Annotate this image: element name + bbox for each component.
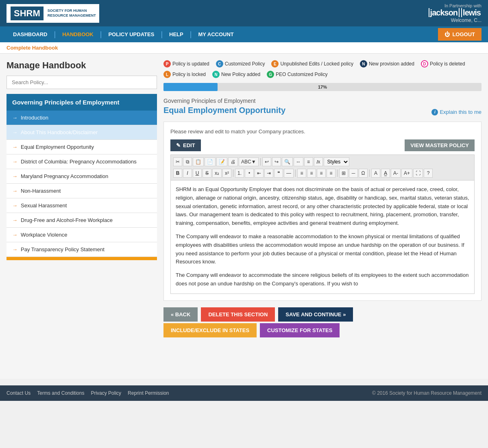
tb-underline[interactable]: U	[193, 169, 202, 178]
tb-italic[interactable]: I	[183, 169, 192, 178]
sidebar-item-non-harassment[interactable]: → Non-Harassment	[7, 184, 157, 198]
bottom-actions: « BACK DELETE THIS SECTION SAVE AND CONT…	[163, 307, 481, 322]
sidebar-item-dc-pregnancy[interactable]: → District of Columbia: Pregnancy Accomm…	[7, 154, 157, 169]
back-button[interactable]: « BACK	[163, 307, 198, 322]
sidebar-item-workplace-violence[interactable]: → Workplace Violence	[7, 228, 157, 242]
tb-select-all[interactable]: ≡	[304, 157, 313, 166]
tb-font-size-inc[interactable]: A+	[401, 169, 412, 178]
legend-item-locked: L Policy is locked	[163, 71, 206, 78]
nav-policy-updates[interactable]: POLICY UPDATES	[102, 26, 161, 42]
arrow-icon: →	[12, 144, 17, 150]
tb-redo[interactable]: ↪	[272, 157, 281, 166]
sidebar-item-sexual-harassment[interactable]: → Sexual Harassment	[7, 198, 157, 213]
tb-bold[interactable]: B	[173, 169, 182, 178]
tb-find[interactable]: 🔍	[282, 157, 293, 166]
tb-font-size-dec[interactable]: A-	[391, 169, 401, 178]
sidebar-item-md-pregnancy[interactable]: → Maryland Pregnancy Accommodation	[7, 169, 157, 184]
logout-button[interactable]: ⏻ LOGOUT	[438, 28, 481, 41]
sidebar-item-label: Non-Harassment	[21, 188, 61, 194]
tb-paste1[interactable]: 📋	[193, 157, 204, 166]
footer-reprint[interactable]: Reprint Permission	[128, 390, 169, 396]
badge-unpublished: E	[271, 60, 279, 67]
tb-align-center[interactable]: ≡	[307, 169, 316, 178]
tb-remove-format[interactable]: 𝐼x	[314, 157, 323, 166]
nav-help[interactable]: HELP	[163, 26, 190, 42]
arrow-icon: →	[12, 173, 17, 179]
breadcrumb-bar: Complete Handbook	[0, 42, 488, 54]
tb-subscript[interactable]: x₂	[212, 169, 222, 178]
save-continue-button[interactable]: SAVE AND CONTINUE »	[278, 307, 353, 322]
tb-font-color[interactable]: A	[371, 169, 380, 178]
edit-button[interactable]: ✎ EDIT	[170, 139, 201, 151]
content-para-2: The Company will endeavor to make a reas…	[176, 233, 469, 266]
main-nav: DASHBOARD | HANDBOOK | POLICY UPDATES | …	[0, 26, 488, 42]
tb-paste3[interactable]: 📝	[216, 157, 227, 166]
sidebar-item-pay-transparency[interactable]: → Pay Transparency Policy Statement	[7, 242, 157, 257]
tb-bg-color[interactable]: A̲	[381, 169, 390, 178]
tb-spellcheck[interactable]: ABC▼	[239, 157, 259, 166]
tb-table[interactable]: ⊞	[339, 169, 348, 178]
nav-dashboard[interactable]: DASHBOARD	[7, 26, 54, 42]
nav-my-account[interactable]: MY ACCOUNT	[192, 26, 240, 42]
tb-outdent[interactable]: ⇤	[255, 169, 264, 178]
tb-align-justify[interactable]: ≡	[327, 169, 336, 178]
tb-strikethrough[interactable]: S	[203, 169, 211, 178]
tb-hr[interactable]: —	[284, 169, 294, 178]
policy-breadcrumb: Governing Principles of Employment	[163, 98, 481, 104]
tb-styles-select[interactable]: Styles	[324, 157, 349, 166]
arrow-icon: →	[12, 202, 17, 209]
tb-fullscreen[interactable]: ⛶	[413, 169, 423, 178]
tb-symbol[interactable]: Ω	[359, 169, 368, 178]
tb-align-right[interactable]: ≡	[317, 169, 326, 178]
sidebar-item-about[interactable]: → About This Handbook/Disclaimer	[7, 125, 157, 140]
nav-handbook[interactable]: HANDBOOK	[56, 26, 100, 42]
logout-label: LOGOUT	[452, 31, 475, 37]
tb-ul[interactable]: •	[245, 169, 254, 178]
tb-align-left[interactable]: ≡	[297, 169, 306, 178]
partner-name: jacksonlewis	[428, 8, 481, 17]
partner-separator	[459, 8, 460, 17]
search-input[interactable]	[7, 76, 157, 89]
sidebar-item-eeo[interactable]: → Equal Employment Opportunity	[7, 140, 157, 154]
tb-print[interactable]: 🖨	[228, 157, 238, 166]
edit-icon: ✎	[176, 142, 181, 148]
tb-help[interactable]: ?	[424, 169, 433, 178]
sidebar-item-label: Workplace Violence	[21, 232, 67, 238]
tb-blockquote[interactable]: ❝	[274, 169, 283, 178]
tb-copy[interactable]: ⧉	[183, 157, 192, 166]
sidebar-title: Manage Handbook	[7, 60, 157, 71]
footer-privacy[interactable]: Privacy Policy	[91, 390, 121, 396]
legend-item-new-policy: N New Policy added	[212, 71, 260, 78]
shrm-logo-box: SHRM	[10, 6, 44, 21]
tb-replace[interactable]: ↔	[294, 157, 303, 166]
tb-cut[interactable]: ✂	[173, 157, 182, 166]
legend-item-updated: P Policy is updated	[163, 60, 209, 67]
sidebar-item-label: District of Columbia: Pregnancy Accommod…	[21, 159, 137, 165]
badge-peo: G	[267, 71, 274, 78]
tb-undo[interactable]: ↩	[262, 157, 271, 166]
legend: P Policy is updated C Customized Policy …	[163, 60, 481, 78]
explain-link[interactable]: i Explain this to me	[431, 109, 481, 115]
breadcrumb-link[interactable]: Complete Handbook	[7, 45, 58, 51]
footer-contact[interactable]: Contact Us	[7, 390, 30, 396]
delete-button[interactable]: DELETE THIS SECTION	[201, 307, 275, 322]
tb-paste2[interactable]: 📄	[205, 157, 216, 166]
legend-item-new-provision: N New provision added	[360, 60, 414, 67]
editor-content-area[interactable]: SHRM is an Equal Opportunity Employer th…	[170, 180, 475, 294]
tb-indent[interactable]: ⇥	[264, 169, 273, 178]
sidebar-item-label: About This Handbook/Disclaimer	[21, 129, 98, 135]
sidebar-item-drug-free[interactable]: → Drug-Free and Alcohol-Free Workplace	[7, 213, 157, 228]
sidebar-orange-bar	[7, 257, 157, 260]
sidebar-item-introduction[interactable]: → Introduction	[7, 111, 157, 125]
tb-hr2[interactable]: ─	[349, 169, 358, 178]
tb-superscript[interactable]: x²	[222, 169, 231, 178]
shrm-logo: SHRM SOCIETY FOR HUMANRESOURCE MANAGEMEN…	[7, 4, 99, 23]
explain-link-text: Explain this to me	[440, 109, 481, 115]
include-exclude-button[interactable]: INCLUDE/EXCLUDE IN STATES	[163, 323, 257, 337]
tb-ol[interactable]: 1.	[235, 169, 244, 178]
arrow-icon: →	[12, 159, 17, 165]
view-master-button[interactable]: VIEW MASTER POLICY	[405, 139, 475, 151]
footer-terms[interactable]: Terms and Conditions	[37, 390, 84, 396]
toolbar-row-2: B I U S x₂ x² 1. • ⇤ ⇥ ❝ — ≡ ≡ ≡	[173, 168, 412, 178]
customize-states-button[interactable]: CUSTOMIZE FOR STATES	[260, 323, 340, 337]
